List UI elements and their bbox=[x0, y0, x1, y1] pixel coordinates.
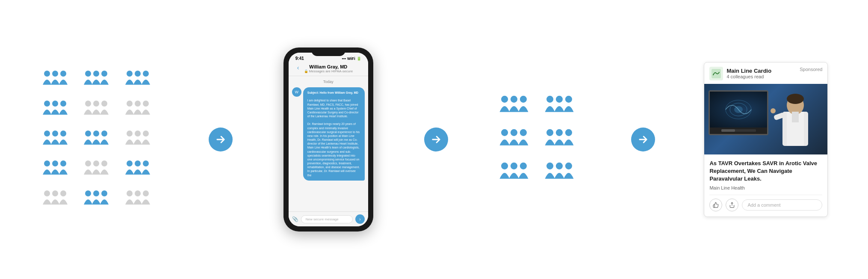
svg-point-47 bbox=[520, 96, 527, 103]
svg-point-70 bbox=[787, 94, 804, 104]
brand-colleagues: 4 colleagues read bbox=[726, 74, 771, 79]
attachment-icon: 📎 bbox=[292, 216, 298, 222]
svg-point-57 bbox=[501, 163, 508, 169]
svg-point-2 bbox=[60, 71, 66, 77]
small-person-1 bbox=[497, 92, 531, 120]
ad-brand: Main Line Cardio 4 colleagues read bbox=[709, 67, 771, 80]
battery-icon: 🔋 bbox=[357, 56, 361, 61]
small-person-2 bbox=[542, 92, 576, 120]
signal-icon: ▪▪▪ bbox=[342, 56, 346, 61]
svg-point-29 bbox=[60, 160, 66, 166]
svg-rect-71 bbox=[792, 112, 799, 122]
svg-point-37 bbox=[52, 190, 58, 196]
svg-point-28 bbox=[52, 160, 58, 166]
svg-point-35 bbox=[143, 160, 149, 166]
date-label: Today bbox=[292, 80, 365, 84]
phone-mockup: 9:41 ▪▪▪ WiFi 🔋 ‹ William Gray, MD 🔒 Mes… bbox=[281, 47, 375, 232]
svg-point-5 bbox=[101, 71, 107, 77]
svg-point-42 bbox=[127, 190, 133, 196]
svg-point-8 bbox=[143, 71, 149, 77]
svg-point-51 bbox=[501, 129, 508, 136]
small-person-4 bbox=[542, 125, 576, 154]
svg-point-14 bbox=[101, 101, 107, 107]
person-icon-9 bbox=[123, 127, 153, 152]
svg-point-61 bbox=[556, 163, 563, 169]
svg-point-73 bbox=[771, 108, 776, 113]
svg-point-18 bbox=[44, 131, 50, 137]
svg-point-19 bbox=[52, 131, 58, 137]
person-icon-12 bbox=[123, 157, 153, 182]
svg-point-45 bbox=[501, 96, 508, 103]
status-icons: ▪▪▪ WiFi 🔋 bbox=[342, 56, 361, 61]
phone-notch bbox=[311, 47, 345, 56]
svg-point-27 bbox=[44, 160, 50, 166]
svg-point-1 bbox=[52, 71, 58, 77]
svg-point-20 bbox=[60, 131, 66, 137]
svg-point-40 bbox=[93, 190, 99, 196]
hipaa-text: Messages are HIPAA-secure bbox=[309, 69, 353, 73]
small-person-3 bbox=[497, 125, 531, 154]
svg-point-11 bbox=[60, 101, 66, 107]
svg-point-46 bbox=[511, 96, 517, 103]
svg-point-12 bbox=[85, 101, 91, 107]
comment-input[interactable]: Add a comment bbox=[742, 199, 822, 211]
svg-point-33 bbox=[127, 160, 133, 166]
svg-point-26 bbox=[143, 131, 149, 137]
svg-point-22 bbox=[93, 131, 99, 137]
small-people-grid bbox=[497, 92, 582, 187]
send-button[interactable]: › bbox=[355, 214, 365, 224]
svg-point-3 bbox=[85, 71, 91, 77]
ad-body: As TAVR Overtakes SAVR in Arotic Valve R… bbox=[704, 154, 827, 217]
share-button[interactable] bbox=[726, 199, 738, 211]
svg-point-6 bbox=[127, 71, 133, 77]
svg-point-59 bbox=[520, 163, 527, 169]
svg-point-41 bbox=[101, 190, 107, 196]
svg-point-31 bbox=[93, 160, 99, 166]
phone-time: 9:41 bbox=[295, 56, 304, 61]
svg-point-9 bbox=[44, 101, 50, 107]
ad-header: Main Line Cardio 4 colleagues read Spons… bbox=[704, 62, 827, 84]
brand-logo bbox=[709, 67, 723, 80]
svg-point-38 bbox=[60, 190, 66, 196]
person-icon-6 bbox=[123, 97, 153, 122]
arrow-3 bbox=[628, 128, 658, 151]
svg-point-13 bbox=[93, 101, 99, 107]
svg-point-17 bbox=[143, 101, 149, 107]
ad-image bbox=[704, 84, 827, 154]
svg-point-15 bbox=[127, 101, 133, 107]
small-person-6 bbox=[542, 159, 576, 187]
hipaa-badge: 🔒 Messages are HIPAA-secure bbox=[304, 69, 353, 73]
svg-point-54 bbox=[546, 129, 553, 136]
svg-point-10 bbox=[52, 101, 58, 107]
phone-input-bar[interactable]: 📎 New secure message › bbox=[289, 211, 368, 226]
person-icon-2 bbox=[81, 67, 111, 92]
person-icon-5 bbox=[81, 97, 111, 122]
svg-point-58 bbox=[511, 163, 517, 169]
person-icon-8 bbox=[81, 127, 111, 152]
svg-point-16 bbox=[135, 101, 141, 107]
ad-actions: Add a comment bbox=[709, 195, 822, 211]
person-icon-15 bbox=[123, 187, 153, 212]
phone-screen: 9:41 ▪▪▪ WiFi 🔋 ‹ William Gray, MD 🔒 Mes… bbox=[289, 53, 368, 226]
person-icon-10 bbox=[40, 157, 70, 182]
svg-point-49 bbox=[556, 96, 563, 103]
back-arrow-icon[interactable]: ‹ bbox=[297, 64, 299, 71]
svg-point-52 bbox=[511, 129, 517, 136]
lock-icon: 🔒 bbox=[304, 69, 308, 73]
svg-point-50 bbox=[565, 96, 572, 103]
svg-point-62 bbox=[565, 163, 572, 169]
message-input[interactable]: New secure message bbox=[301, 215, 353, 223]
phone-header: ‹ William Gray, MD 🔒 Messages are HIPAA-… bbox=[289, 62, 368, 76]
svg-point-56 bbox=[565, 129, 572, 136]
monitor bbox=[709, 90, 768, 135]
svg-point-0 bbox=[44, 71, 50, 77]
sender-avatar: W bbox=[292, 87, 301, 97]
like-button[interactable] bbox=[709, 199, 722, 211]
person-icon-3 bbox=[123, 67, 153, 92]
wifi-icon: WiFi bbox=[347, 56, 355, 61]
svg-point-39 bbox=[85, 190, 91, 196]
svg-point-44 bbox=[143, 190, 149, 196]
contact-name: William Gray, MD bbox=[309, 64, 347, 69]
svg-point-21 bbox=[85, 131, 91, 137]
svg-point-53 bbox=[520, 129, 527, 136]
